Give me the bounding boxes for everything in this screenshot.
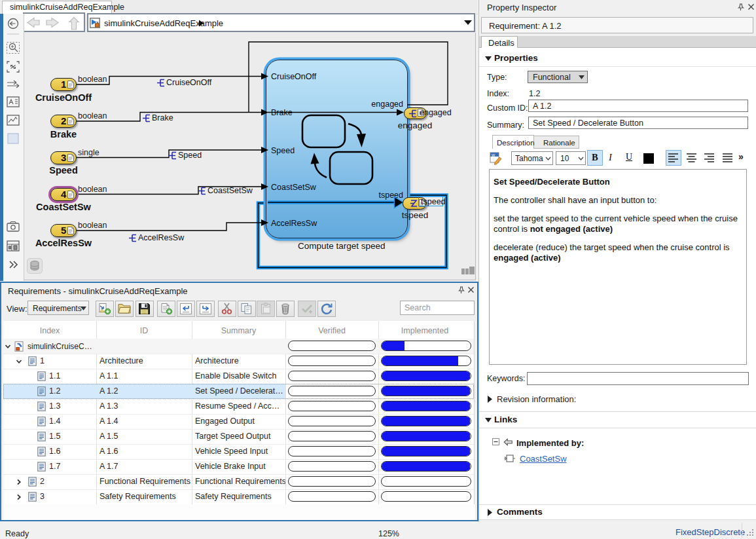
svg-text:W: W [492, 153, 495, 157]
